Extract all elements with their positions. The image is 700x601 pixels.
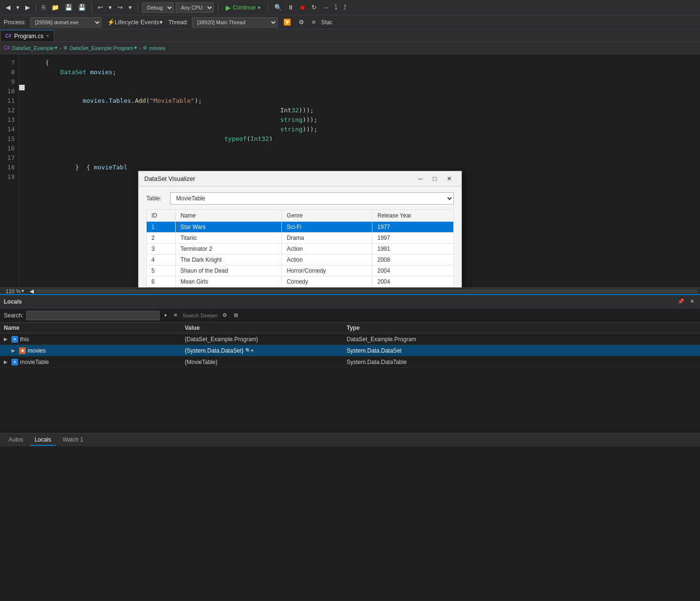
forward-button[interactable]: ▶ (23, 3, 32, 12)
continue-label: Continue (233, 4, 256, 11)
locals-header: Locals 📌 ✕ (0, 295, 700, 308)
cpu-select[interactable]: Any CPU (176, 2, 214, 13)
bottom-tab-autos[interactable]: Autos (4, 434, 28, 446)
dialog-close-button[interactable]: ✕ (442, 174, 456, 184)
locals-type-col: DataSet_Example.Program (347, 336, 696, 343)
code-editor: 7 8 9 10 11 12 13 14 15 16 17 18 19 □ { … (0, 54, 700, 287)
step-over-button[interactable]: → (320, 3, 330, 12)
locals-value-col: {System.Data.DataSet} 🔍▾ (185, 347, 347, 354)
variable-value: {System.Data.DataSet} (185, 347, 243, 354)
table-row[interactable]: 5Shaun of the DeadHorror/Comedy2004 (147, 266, 454, 276)
expand-icon[interactable]: ▶ (4, 359, 10, 365)
tab-close-button[interactable]: × (46, 33, 49, 39)
copy-button[interactable]: ⎘ (40, 3, 48, 12)
undo-dropdown[interactable]: ▾ (107, 3, 114, 12)
folder-button[interactable]: 📁 (50, 3, 61, 12)
search-input[interactable] (26, 311, 160, 320)
locals-type-col: System.Data.DataTable (347, 359, 696, 365)
code-line-11: movies.Tables.Add("MovieTable"); (30, 96, 700, 106)
zoom-dropdown[interactable]: ▾ (21, 288, 24, 294)
variable-name: movies (28, 347, 46, 354)
class-icon: ⚙ (63, 45, 68, 50)
scroll-left-editor[interactable]: ◀ (28, 288, 35, 295)
expand-icon[interactable]: ▶ (11, 348, 17, 353)
locals-name-col: ▶ ● this (4, 336, 185, 343)
bottom-tab-locals[interactable]: Locals (30, 434, 56, 446)
search-icon-btn[interactable]: 🔍 (272, 3, 284, 12)
save-button[interactable]: 💾 (63, 3, 74, 12)
zoom-value: 110 % (6, 288, 20, 294)
code-line-12: Int32))); (30, 106, 700, 115)
tab-bar: C# Program.cs × (0, 30, 700, 42)
search-deeper-button[interactable]: Search Deeper (182, 313, 218, 318)
variable-type: System.Data.DataTable (347, 359, 407, 365)
locals-row[interactable]: ▶ ● movieTable {MovieTable} System.Data.… (0, 356, 700, 368)
undo-button[interactable]: ↩ (96, 3, 105, 12)
maximize-button[interactable]: □ (428, 174, 441, 184)
step-into-button[interactable]: ⤵ (332, 3, 340, 12)
search-columns-button[interactable]: ⊞ (232, 311, 240, 319)
gutter: □ (19, 54, 27, 287)
locals-value-col: {DataSet_Example.Program} (185, 336, 347, 343)
continue-button[interactable]: ▶ Continue ▾ (222, 3, 264, 12)
debug-mode-select[interactable]: Debug (142, 2, 174, 13)
code-line-14: string))); (30, 125, 700, 134)
modal-body: Table: MovieTable ID Name Genre Release … (139, 187, 461, 287)
separator-1 (36, 3, 36, 12)
search-clear-button[interactable]: ✕ (171, 311, 180, 319)
pin-button[interactable]: 📌 (676, 297, 686, 305)
locals-panel: Locals 📌 ✕ Search: ▾ ✕ Search Deeper ⚙ ⊞… (0, 294, 700, 446)
table-row[interactable]: 1Star WarsSci-Fi1977 (147, 222, 454, 233)
member-icon: ⚙ (143, 45, 147, 50)
breadcrumb-class[interactable]: DataSet_Example.Program▾ (70, 45, 137, 51)
variable-type: DataSet_Example.Program (347, 336, 416, 343)
code-line-17 (30, 153, 700, 163)
search-label: Search: (4, 312, 23, 319)
locals-close-button[interactable]: ✕ (688, 297, 696, 305)
inspect-button[interactable]: 🔍▾ (245, 348, 253, 353)
redo-button[interactable]: ↪ (116, 3, 125, 12)
process-select[interactable]: [29596] dotnet.exe (30, 17, 101, 28)
filter-button[interactable]: 🔽 (281, 18, 293, 27)
collapse-icon[interactable]: □ (19, 85, 25, 90)
callstack-button[interactable]: ≡ (310, 18, 318, 27)
filter2-button[interactable]: ⚙ (297, 18, 306, 27)
thread-select[interactable]: [38920] Main Thread (192, 17, 278, 28)
back-button[interactable]: ◀ (4, 3, 12, 12)
breadcrumb-member[interactable]: movies (149, 45, 166, 51)
play-icon: ▶ (226, 4, 231, 11)
modal-title: DataSet Visualizer (144, 175, 195, 182)
step-out-button[interactable]: ⤴ (341, 3, 349, 12)
breadcrumb-project[interactable]: DataSet_Example▾ (12, 45, 58, 51)
editor-scrollbar: 110 % ▾ ◀ (0, 287, 700, 294)
search-dropdown-arrow[interactable]: ▾ (162, 312, 169, 319)
lifecycle-button[interactable]: ⚡ Lifecycle Events ▾ (105, 18, 165, 27)
table-row[interactable]: 2TitanicDrama1997 (147, 233, 454, 244)
save-all-button[interactable]: 💾 (76, 3, 88, 12)
variable-name: movieTable (20, 359, 49, 365)
minimize-button[interactable]: ─ (414, 174, 427, 184)
redo-dropdown[interactable]: ▾ (127, 3, 134, 12)
stop-button[interactable]: ⏹ (298, 3, 308, 12)
table-row[interactable]: 3Terminator 2Action1991 (147, 244, 454, 255)
pause-button[interactable]: ⏸ (286, 3, 296, 12)
editor-h-scroll-track[interactable] (35, 289, 698, 293)
search-settings-button[interactable]: ⚙ (220, 311, 229, 319)
program-cs-tab[interactable]: C# Program.cs × (0, 30, 54, 41)
table-header-row: ID Name Genre Release Year (147, 210, 454, 222)
locals-table-body: ▶ ● this {DataSet_Example.Program} DataS… (0, 334, 700, 433)
table-dropdown[interactable]: MovieTable (170, 192, 454, 205)
locals-row[interactable]: ▶ ● this {DataSet_Example.Program} DataS… (0, 334, 700, 345)
table-row[interactable]: 6Mean GirlsComedy2004 (147, 276, 454, 287)
bottom-tab-watch-1[interactable]: Watch 1 (58, 434, 88, 446)
tab-filename: Program.cs (14, 33, 43, 39)
restart-button[interactable]: ↻ (310, 3, 319, 12)
dropdown-arrow[interactable]: ▾ (14, 3, 21, 12)
table-row[interactable]: 4The Dark KnightAction2008 (147, 255, 454, 266)
variable-value: {DataSet_Example.Program} (185, 336, 258, 343)
expand-icon[interactable]: ▶ (4, 336, 10, 342)
separator-2 (91, 3, 92, 12)
bottom-tabs: AutosLocalsWatch 1 (0, 433, 700, 446)
locals-row[interactable]: ▶ ◉ movies {System.Data.DataSet} 🔍▾ Syst… (0, 345, 700, 356)
data-table: ID Name Genre Release Year 1Star WarsSci… (146, 209, 454, 287)
